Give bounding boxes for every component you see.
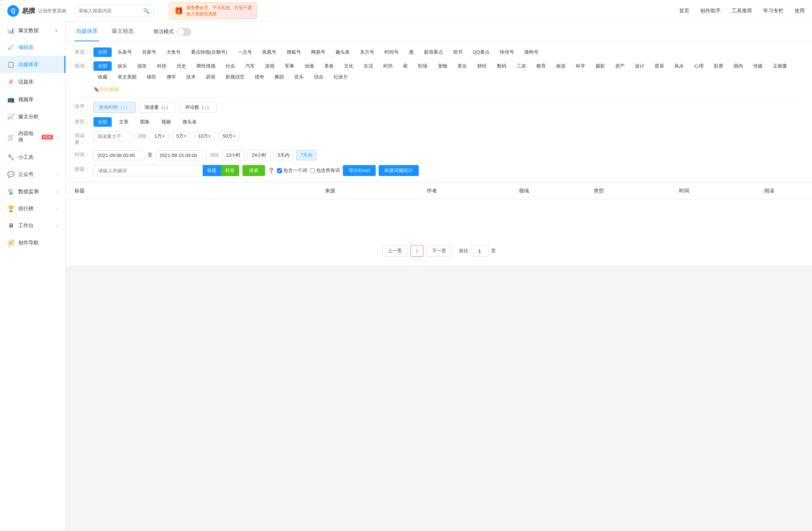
simple-mode-switch[interactable] xyxy=(177,28,191,36)
type-tag-all[interactable]: 全部 xyxy=(93,117,112,127)
time-quick-12h[interactable]: 12小时 xyxy=(222,150,245,160)
nav-learn[interactable]: 学习专栏 xyxy=(763,8,784,14)
source-tag-kuaichuan[interactable]: 快传号 xyxy=(495,47,518,57)
next-page-btn[interactable]: 下一页 xyxy=(426,245,452,257)
domain-tag-youxi[interactable]: 游戏 xyxy=(261,61,279,71)
domain-tag-gaoxiao[interactable]: 搞笑 xyxy=(133,61,151,71)
sidebar-item-ecommerce[interactable]: 🛒 内容电商 NEW › xyxy=(0,125,65,149)
sidebar-item-media-lib[interactable]: 📋 自媒体库 xyxy=(0,56,65,73)
time-quick-7d[interactable]: 7天内 xyxy=(296,150,317,160)
domain-tag-meishi[interactable]: 美食 xyxy=(320,61,338,71)
domain-tag-yule[interactable]: 娱乐 xyxy=(113,61,131,71)
sidebar-item-wechat[interactable]: 💬 公众号 › xyxy=(0,166,65,183)
prev-page-btn[interactable]: 上一页 xyxy=(382,245,407,257)
domain-tag-shuma[interactable]: 数码 xyxy=(493,61,511,71)
sort-btn-read[interactable]: 阅读量（↓） xyxy=(139,102,176,113)
nav-home[interactable]: 首页 xyxy=(679,8,689,14)
source-tag-jianshu[interactable]: 简书 xyxy=(449,47,467,57)
domain-tag-sannong[interactable]: 三农 xyxy=(512,61,531,71)
domain-tag-shishang[interactable]: 时尚 xyxy=(379,61,397,71)
sidebar-item-nav[interactable]: 🧭 创作导航 xyxy=(0,234,65,251)
domain-tag-lieqi[interactable]: 猎奇 xyxy=(250,72,269,82)
sidebar-item-workbench[interactable]: 🖥 工作台 › xyxy=(0,217,65,234)
goto-input[interactable] xyxy=(471,245,489,257)
source-tag-sougou[interactable]: 搜狗号 xyxy=(520,47,543,57)
domain-tag-zhengnengliang[interactable]: 正能量 xyxy=(769,61,792,71)
type-tag-gallery[interactable]: 图集 xyxy=(136,117,154,127)
simple-mode-toggle[interactable]: 简洁模式 xyxy=(153,28,191,36)
domain-tag-xingzuo[interactable]: 星座 xyxy=(650,61,669,71)
domain-tag-keji[interactable]: 科技 xyxy=(153,61,171,71)
domain-tag-caipiao[interactable]: 彩票 xyxy=(709,61,728,71)
time-clear-btn[interactable]: 清除 xyxy=(210,152,219,158)
domain-tag-yingshi[interactable]: 影视综艺 xyxy=(221,72,249,82)
time-end-input[interactable] xyxy=(156,150,207,160)
domain-tag-jia[interactable]: 家 xyxy=(399,61,412,71)
source-tag-qutoutiao[interactable]: 趣头条 xyxy=(331,47,354,57)
nav-creation[interactable]: 创作助手 xyxy=(700,8,721,14)
domain-tag-jilu[interactable]: 纪录片 xyxy=(329,72,352,82)
sidebar-item-viral-analysis[interactable]: 📈 爆文分析 xyxy=(0,108,65,125)
tab-media-lib[interactable]: 自媒体库 xyxy=(74,22,99,41)
source-tag-yidian[interactable]: 一点号 xyxy=(233,47,256,57)
domain-tag-shehui[interactable]: 社会 xyxy=(221,61,240,71)
header-search-input[interactable] xyxy=(78,8,143,14)
domain-tag-fengshui[interactable]: 风水 xyxy=(670,61,688,71)
sort-btn-time[interactable]: 发布时间（↓） xyxy=(93,102,135,113)
source-tag-dongfang[interactable]: 东方号 xyxy=(356,47,379,57)
domain-tag-liangxing[interactable]: 两性情感 xyxy=(192,61,220,71)
follow-domain-btn[interactable]: 🔖关注领域 xyxy=(93,86,118,93)
sidebar-item-ranking[interactable]: 🏆 排行榜 › xyxy=(0,200,65,217)
domain-tag-zhichang[interactable]: 职场 xyxy=(414,61,432,71)
domain-tag-xinli[interactable]: 心理 xyxy=(690,61,708,71)
domain-tag-jiaoyu[interactable]: 教育 xyxy=(532,61,550,71)
type-tag-micro[interactable]: 微头条 xyxy=(178,117,201,127)
header-search-box[interactable]: 🔍 xyxy=(74,5,154,17)
read-quick-1w[interactable]: 1万+ xyxy=(150,131,169,141)
domain-tag-wudao[interactable]: 舞蹈 xyxy=(270,72,288,82)
domain-tag-dongman[interactable]: 动漫 xyxy=(300,61,318,71)
read-quick-5w[interactable]: 5万+ xyxy=(172,131,191,141)
source-tag-baijia[interactable]: 百家号 xyxy=(138,47,161,57)
domain-tag-chuanmei[interactable]: 传媒 xyxy=(749,61,767,71)
domain-tag-piyao[interactable]: 辟谣 xyxy=(202,72,220,82)
sort-btn-comment[interactable]: 评论数（↓） xyxy=(180,102,217,113)
source-tag-toutiao[interactable]: 头条号 xyxy=(113,47,136,57)
source-tag-all[interactable]: 全部 xyxy=(93,47,112,57)
help-icon[interactable]: ❓ xyxy=(268,168,274,173)
domain-tag-lishi[interactable]: 历史 xyxy=(172,61,191,71)
domain-tag-caijing[interactable]: 财经 xyxy=(473,61,491,71)
search-type-title-btn[interactable]: 标题 xyxy=(203,165,221,176)
search-go-btn[interactable]: 搜索 xyxy=(242,165,265,176)
source-tag-fenghuang[interactable]: 凤凰号 xyxy=(258,47,281,57)
domain-tag-wenhua[interactable]: 文化 xyxy=(340,61,358,71)
search-type-tag-btn[interactable]: 标签 xyxy=(221,165,239,176)
domain-tag-meiwen[interactable]: 美文美图 xyxy=(113,72,141,82)
domain-tag-sheji[interactable]: 设计 xyxy=(631,61,649,71)
sidebar-item-topic-lib[interactable]: # 话题库 xyxy=(0,73,65,91)
domain-tag-junshi[interactable]: 军事 xyxy=(280,61,299,71)
search-keyword-input[interactable] xyxy=(94,166,203,176)
sidebar-item-monitor[interactable]: 📡 数据监测 › xyxy=(0,183,65,200)
read-quick-50w[interactable]: 50万+ xyxy=(219,131,240,141)
sidebar-item-editor[interactable]: 🖊 编辑器 xyxy=(0,39,65,56)
read-clear-btn[interactable]: 清除 xyxy=(137,133,147,140)
time-quick-24h[interactable]: 24小时 xyxy=(248,150,270,160)
include-all-checkbox[interactable]: 包含所有词 xyxy=(310,167,340,174)
domain-tag-jishu[interactable]: 技术 xyxy=(182,72,200,82)
domain-tag-foxue[interactable]: 佛学 xyxy=(162,72,180,82)
source-tag-wangyi[interactable]: 网易号 xyxy=(307,47,330,57)
source-tag-sohu[interactable]: 搜狐号 xyxy=(282,47,305,57)
domain-tag-shenghuo[interactable]: 生活 xyxy=(359,61,378,71)
domain-tag-zonghe[interactable]: 综合 xyxy=(310,72,328,82)
domain-tag-yimin[interactable]: 移民 xyxy=(142,72,161,82)
sidebar-item-tools[interactable]: 🔧 小工具 xyxy=(0,149,65,166)
tab-viral-pick[interactable]: 爆文精选 xyxy=(110,22,135,41)
source-tag-dayu[interactable]: 大鱼号 xyxy=(162,47,185,57)
source-tag-kandian[interactable]: 看点快报(企鹅号) xyxy=(187,47,232,57)
domain-tag-yinyue[interactable]: 音乐 xyxy=(290,72,308,82)
domain-tag-shoucang[interactable]: 收藏 xyxy=(93,72,112,82)
source-tag-qq[interactable]: QQ看点 xyxy=(468,47,494,57)
sidebar-item-viral-data[interactable]: 📊 爆文数据 ∨ xyxy=(0,22,65,39)
time-quick-3d[interactable]: 3天内 xyxy=(273,150,294,160)
